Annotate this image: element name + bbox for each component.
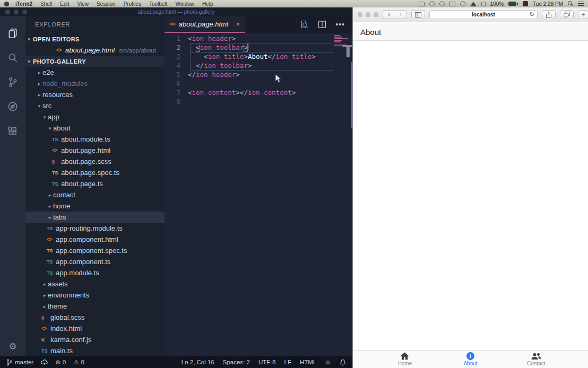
- tree-folder-resources[interactable]: ▸resources: [25, 89, 165, 100]
- code-line-5[interactable]: 5</ion-header>: [165, 70, 352, 79]
- explorer-icon[interactable]: [0, 21, 25, 46]
- tree-file-main.ts[interactable]: TSmain.ts: [25, 345, 165, 356]
- eol-setting[interactable]: LF: [284, 359, 291, 365]
- ionic-tab-home[interactable]: Home: [372, 351, 438, 368]
- encoding-setting[interactable]: UTF-8: [258, 359, 276, 365]
- battery-icon[interactable]: [508, 2, 518, 6]
- tree-file-app.module.ts[interactable]: TSapp.module.ts: [25, 267, 165, 278]
- tree-folder-tabs[interactable]: ▸tabs: [25, 212, 165, 223]
- open-changes-icon[interactable]: [299, 20, 309, 29]
- menu-item-toolbelt[interactable]: Toolbelt: [149, 1, 167, 7]
- menu-item-view[interactable]: View: [77, 1, 89, 7]
- close-tab-icon[interactable]: ×: [236, 20, 240, 28]
- wifi-icon[interactable]: [470, 2, 477, 6]
- gear-icon[interactable]: ⚙: [8, 341, 16, 352]
- split-editor-icon[interactable]: [317, 20, 327, 29]
- indentation-setting[interactable]: Spaces: 2: [223, 359, 250, 365]
- tree-item-label: index.html: [50, 325, 82, 332]
- ionic-tab-contact[interactable]: Contact: [503, 351, 569, 368]
- sync-changes-button[interactable]: [41, 359, 48, 366]
- tree-file-about.page.spec.ts[interactable]: TSabout.page.spec.ts: [25, 167, 165, 178]
- tree-folder-contact[interactable]: ▸contact: [25, 189, 165, 200]
- more-actions-icon[interactable]: •••: [335, 20, 345, 29]
- extensions-icon[interactable]: [0, 119, 25, 143]
- tree-folder-theme[interactable]: ▸theme: [25, 301, 165, 312]
- share-button[interactable]: [542, 10, 556, 19]
- tab-about-page-html[interactable]: <> about.page.html ×: [165, 16, 245, 33]
- tree-file-about.module.ts[interactable]: TSabout.module.ts: [25, 134, 165, 145]
- source-control-icon[interactable]: [0, 70, 25, 94]
- html-file-icon: <>: [170, 21, 175, 27]
- tree-folder-e2e[interactable]: ▸e2e: [25, 67, 165, 78]
- search-icon[interactable]: [0, 46, 25, 70]
- tree-file-karma.conf.js[interactable]: Kkarma.conf.js: [25, 334, 165, 345]
- display-icon[interactable]: [449, 2, 455, 6]
- debug-icon[interactable]: [0, 94, 25, 119]
- apple-menu-icon[interactable]: [4, 2, 9, 6]
- tree-file-app.component.ts[interactable]: TSapp.component.ts: [25, 256, 165, 267]
- open-editors-header[interactable]: ▾ OPEN EDITORS: [25, 33, 165, 45]
- zoom-window-button[interactable]: [374, 12, 378, 17]
- back-button[interactable]: ‹: [383, 11, 395, 19]
- menu-item-help[interactable]: Help: [202, 1, 213, 7]
- show-tabs-button[interactable]: [560, 10, 574, 19]
- spotlight-icon[interactable]: [568, 1, 573, 6]
- bluetooth-icon[interactable]: [460, 1, 465, 6]
- code-line-3[interactable]: 3 <ion-title>About</ion-title>: [165, 52, 352, 61]
- tree-folder-app[interactable]: ▾app: [25, 111, 165, 122]
- reload-icon[interactable]: ↻: [530, 11, 534, 18]
- chevron-down-icon: ▾: [36, 103, 42, 109]
- tree-file-about.page.html[interactable]: <>about.page.html: [25, 145, 165, 156]
- notifications-bell-icon[interactable]: [340, 359, 346, 366]
- code-line-6[interactable]: 6: [165, 79, 352, 88]
- tree-folder-assets[interactable]: ▸assets: [25, 278, 165, 290]
- tree-file-index.html[interactable]: <>index.html: [25, 323, 165, 334]
- tree-file-app.component.html[interactable]: <>app.component.html: [25, 234, 165, 245]
- cursor-position[interactable]: Ln 2, Col 16: [181, 359, 214, 365]
- close-window-button[interactable]: [358, 12, 362, 17]
- sidebar-toggle-button[interactable]: [411, 10, 425, 19]
- forward-button[interactable]: ›: [395, 11, 407, 19]
- screen-icon[interactable]: [419, 2, 425, 6]
- code-line-4[interactable]: 4 </ion-toolbar>: [165, 61, 352, 70]
- menu-item-profiles[interactable]: Profiles: [124, 1, 141, 7]
- tree-file-about.page.scss[interactable]: §about.page.scss: [25, 156, 165, 167]
- menu-bar-clock[interactable]: Tue 2:28 PM: [533, 1, 563, 7]
- language-mode[interactable]: HTML: [300, 359, 316, 365]
- git-branch-indicator[interactable]: master: [6, 359, 33, 366]
- tree-folder-environments[interactable]: ▸environments: [25, 290, 165, 301]
- tree-file-app-routing.module.ts[interactable]: TSapp-routing.module.ts: [25, 223, 165, 234]
- menu-item-window[interactable]: Window: [175, 1, 194, 7]
- app-status-icon[interactable]: [523, 1, 528, 6]
- tree-file-about.page.ts[interactable]: TSabout.page.ts: [25, 178, 165, 189]
- errors-indicator[interactable]: ⊗ 0: [55, 358, 66, 366]
- warnings-indicator[interactable]: ⚠ 0: [73, 358, 84, 366]
- menu-item-app[interactable]: iTerm2: [15, 1, 32, 7]
- address-bar[interactable]: localhost ↻: [429, 10, 538, 19]
- tree-folder-about[interactable]: ▾about: [25, 122, 165, 134]
- code-line-1[interactable]: 1<ion-header>: [165, 34, 352, 43]
- tree-folder-node_modules[interactable]: ▸node_modules: [25, 78, 165, 89]
- timer-icon[interactable]: [439, 1, 445, 6]
- glasses-icon[interactable]: [429, 1, 435, 6]
- code-line-2[interactable]: 2 <ion-toolbar>: [165, 43, 352, 52]
- menu-item-session[interactable]: Session: [97, 1, 116, 7]
- code-line-7[interactable]: 7<ion-content></ion-content>: [165, 88, 352, 97]
- menu-item-edit[interactable]: Edit: [60, 1, 69, 7]
- code-line-8[interactable]: 8: [165, 97, 352, 106]
- notification-center-icon[interactable]: [578, 2, 584, 6]
- menu-item-shell[interactable]: Shell: [40, 1, 52, 7]
- tree-folder-home[interactable]: ▸home: [25, 200, 165, 212]
- new-tab-button[interactable]: +: [578, 10, 588, 19]
- minimize-window-button[interactable]: [366, 12, 370, 17]
- open-editor-item[interactable]: <> about.page.html src/app/about: [25, 45, 165, 56]
- feedback-smiley-icon[interactable]: ☺: [325, 359, 331, 365]
- tree-file-global.scss[interactable]: §global.scss: [25, 312, 165, 323]
- ionic-tab-about[interactable]: iAbout: [438, 351, 504, 368]
- volume-icon[interactable]: [481, 2, 486, 6]
- tree-folder-src[interactable]: ▾src: [25, 100, 165, 111]
- line-number: 8: [165, 97, 188, 106]
- project-header[interactable]: ▾ PHOTO-GALLERY: [25, 56, 165, 67]
- tree-file-app.component.spec.ts[interactable]: TSapp.component.spec.ts: [25, 245, 165, 256]
- code-editor[interactable]: 1<ion-header>2 <ion-toolbar>3 <ion-title…: [165, 33, 352, 356]
